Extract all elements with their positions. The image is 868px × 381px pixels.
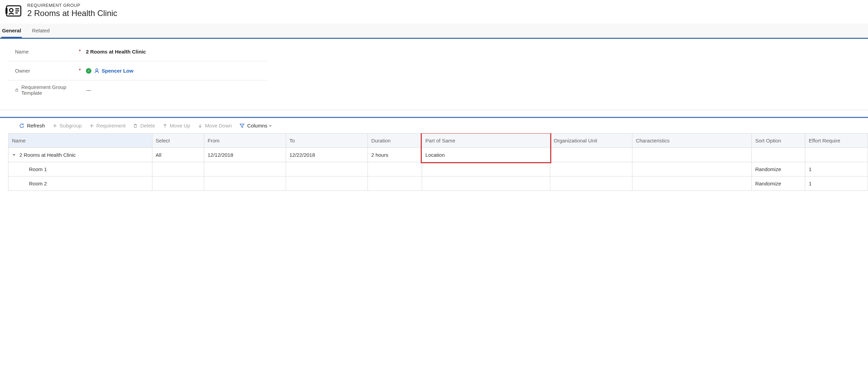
entity-label: REQUIREMENT GROUP: [27, 3, 117, 8]
trash-icon: [133, 123, 138, 128]
requirement-button[interactable]: Requirement: [89, 123, 126, 128]
chevron-down-icon: [268, 124, 272, 128]
cell-select[interactable]: [152, 177, 204, 191]
plus-icon: [89, 123, 94, 128]
subgroup-button[interactable]: Subgroup: [53, 123, 82, 128]
columns-button[interactable]: Columns: [239, 123, 272, 128]
requirement-grid-section: Refresh Subgroup Requirement Delete Move…: [0, 117, 868, 191]
check-circle-icon: ✓: [86, 68, 91, 74]
field-label-name: Name: [15, 49, 29, 55]
cell-characteristics[interactable]: [632, 177, 751, 191]
cell-part-of-same[interactable]: [422, 162, 550, 177]
delete-label: Delete: [140, 123, 155, 128]
cell-from[interactable]: [204, 162, 286, 177]
columns-label: Columns: [247, 123, 267, 128]
table-row[interactable]: Room 1Randomize1: [9, 162, 868, 177]
chevron-down-icon[interactable]: [12, 153, 16, 157]
cell-name[interactable]: Room 1: [9, 162, 152, 177]
cell-duration[interactable]: [368, 177, 422, 191]
arrow-down-icon: [198, 123, 203, 128]
cell-select[interactable]: All: [152, 148, 204, 162]
required-indicator: *: [76, 68, 83, 74]
tab-related[interactable]: Related: [31, 24, 50, 37]
col-to[interactable]: To: [286, 134, 368, 148]
tab-general[interactable]: General: [1, 24, 22, 37]
cell-sort-option[interactable]: Randomize: [752, 162, 805, 177]
table-row[interactable]: Room 2Randomize1: [9, 177, 868, 191]
field-value-template: ---: [83, 84, 267, 96]
cell-part-of-same[interactable]: [422, 177, 550, 191]
row-name-text: 2 Rooms at Health Clinic: [19, 152, 76, 158]
arrow-up-icon: [163, 123, 167, 128]
col-effort-required[interactable]: Effort Require: [805, 134, 868, 148]
refresh-label: Refresh: [27, 123, 45, 128]
cell-effort-required[interactable]: 1: [805, 177, 868, 191]
subgroup-label: Subgroup: [60, 123, 82, 128]
col-name[interactable]: Name: [9, 134, 152, 148]
cell-characteristics[interactable]: [632, 148, 751, 162]
requirement-grid: Name Select From To Duration Part of Sam…: [8, 133, 868, 191]
svg-point-2: [10, 9, 13, 12]
move-up-label: Move Up: [170, 123, 190, 128]
cell-from[interactable]: [204, 177, 286, 191]
col-part-of-same[interactable]: Part of Same: [422, 134, 550, 148]
owner-lookup[interactable]: Spencer Low: [94, 68, 133, 74]
grid-toolbar: Refresh Subgroup Requirement Delete Move…: [0, 118, 868, 133]
field-label-owner: Owner: [15, 68, 30, 74]
cell-effort-required[interactable]: [805, 148, 868, 162]
cell-part-of-same[interactable]: Location: [422, 148, 550, 162]
cell-org-unit[interactable]: [550, 177, 632, 191]
cell-to[interactable]: 12/22/2018: [286, 148, 368, 162]
col-sort-option[interactable]: Sort Option: [752, 134, 805, 148]
requirement-label: Requirement: [96, 123, 126, 128]
move-up-button[interactable]: Move Up: [163, 123, 190, 128]
cell-sort-option[interactable]: Randomize: [752, 177, 805, 191]
cell-characteristics[interactable]: [632, 162, 751, 177]
cell-to[interactable]: [286, 162, 368, 177]
required-indicator: *: [76, 49, 83, 55]
cell-org-unit[interactable]: [550, 148, 632, 162]
col-select[interactable]: Select: [152, 134, 204, 148]
page-title: 2 Rooms at Health Clinic: [27, 9, 117, 18]
refresh-icon: [19, 123, 25, 128]
table-row[interactable]: 2 Rooms at Health ClinicAll12/12/201812/…: [9, 148, 868, 162]
refresh-button[interactable]: Refresh: [19, 123, 45, 128]
cell-name[interactable]: Room 2: [9, 177, 152, 191]
svg-rect-1: [5, 8, 8, 14]
form-general: Name * 2 Rooms at Health Clinic Owner * …: [0, 38, 868, 110]
move-down-label: Move Down: [205, 123, 232, 128]
delete-button[interactable]: Delete: [133, 123, 155, 128]
cell-from[interactable]: 12/12/2018: [204, 148, 286, 162]
grid-wrapper: Name Select From To Duration Part of Sam…: [0, 133, 868, 191]
cell-select[interactable]: [152, 162, 204, 177]
owner-name: Spencer Low: [102, 68, 133, 74]
entity-icon: [5, 4, 22, 19]
cell-org-unit[interactable]: [550, 162, 632, 177]
col-duration[interactable]: Duration: [368, 134, 422, 148]
cell-name[interactable]: 2 Rooms at Health Clinic: [9, 148, 152, 162]
cell-effort-required[interactable]: 1: [805, 162, 868, 177]
cell-duration[interactable]: 2 hours: [368, 148, 422, 162]
lock-icon: [15, 88, 19, 92]
svg-rect-7: [16, 90, 18, 91]
plus-icon: [53, 123, 57, 128]
field-value-name[interactable]: 2 Rooms at Health Clinic: [83, 45, 267, 58]
cell-sort-option[interactable]: [752, 148, 805, 162]
col-org-unit[interactable]: Organizational Unit: [550, 134, 632, 148]
person-icon: [94, 68, 100, 74]
col-characteristics[interactable]: Characteristics: [632, 134, 751, 148]
col-from[interactable]: From: [204, 134, 286, 148]
grid-header-row: Name Select From To Duration Part of Sam…: [9, 134, 868, 148]
cell-duration[interactable]: [368, 162, 422, 177]
tab-bar: General Related: [0, 24, 868, 38]
field-label-template: Requirement Group Template: [21, 84, 72, 96]
filter-icon: [239, 123, 245, 128]
svg-point-6: [96, 68, 98, 71]
page-header: REQUIREMENT GROUP 2 Rooms at Health Clin…: [0, 0, 868, 24]
move-down-button[interactable]: Move Down: [198, 123, 232, 128]
cell-to[interactable]: [286, 177, 368, 191]
